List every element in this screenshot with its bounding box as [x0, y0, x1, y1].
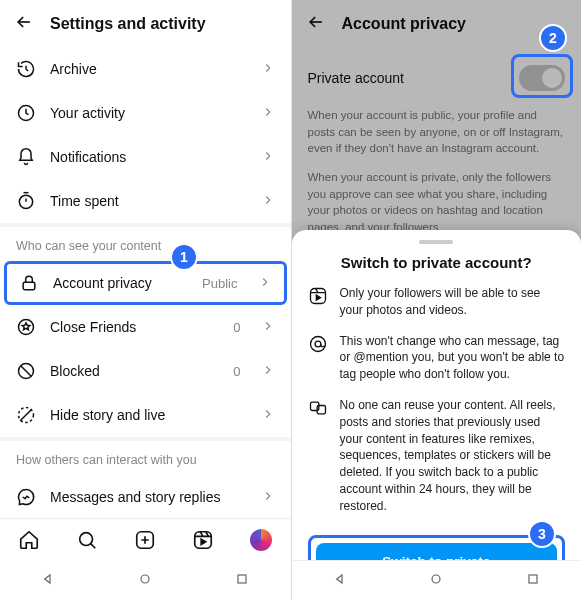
row-label: Blocked: [50, 363, 219, 379]
settings-screen: Settings and activity Archive Your activ…: [0, 0, 291, 600]
row-label: Messages and story replies: [50, 489, 247, 505]
activity-icon: [16, 103, 36, 123]
row-label: Notifications: [50, 149, 247, 165]
android-home-icon[interactable]: [137, 571, 153, 590]
svg-point-10: [141, 575, 149, 583]
row-label: Close Friends: [50, 319, 219, 335]
svg-rect-2: [23, 282, 35, 290]
settings-header: Settings and activity: [0, 0, 291, 47]
chevron-right-icon: [261, 61, 275, 78]
annotation-badge-2: 2: [539, 24, 567, 52]
row-label: Archive: [50, 61, 247, 77]
svg-point-14: [315, 341, 321, 347]
sheet-grabber[interactable]: [419, 240, 453, 244]
timer-icon: [16, 191, 36, 211]
row-label: Time spent: [50, 193, 247, 209]
svg-point-17: [432, 575, 440, 583]
svg-point-1: [19, 195, 32, 208]
android-nav-right: [292, 560, 582, 600]
lock-icon: [19, 273, 39, 293]
annotation-badge-1: 1: [170, 243, 198, 271]
bottom-tabbar: [0, 518, 291, 561]
row-value: Public: [202, 276, 237, 291]
chevron-right-icon: [261, 149, 275, 166]
bullet-mentions: This won't change who can message, tag o…: [308, 333, 566, 383]
settings-list: Archive Your activity Notifications Time…: [0, 47, 291, 518]
row-blocked[interactable]: Blocked 0: [0, 349, 291, 393]
chevron-right-icon: [261, 363, 275, 380]
row-close-friends[interactable]: Close Friends 0: [0, 305, 291, 349]
switch-private-sheet: Switch to private account? Only your fol…: [292, 230, 582, 600]
android-recent-icon[interactable]: [525, 571, 541, 590]
bullet-reuse: No one can reuse your content. All reels…: [308, 397, 566, 515]
new-post-icon[interactable]: [134, 529, 156, 551]
settings-title: Settings and activity: [50, 15, 206, 33]
row-timespent[interactable]: Time spent: [0, 179, 291, 223]
bullet-text: Only your followers will be able to see …: [340, 285, 566, 319]
svg-point-13: [310, 336, 325, 351]
hide-icon: [16, 405, 36, 425]
profile-avatar[interactable]: [250, 529, 272, 551]
row-value: 0: [233, 364, 240, 379]
blocked-icon: [16, 361, 36, 381]
android-back-icon[interactable]: [40, 571, 56, 590]
chevron-right-icon: [261, 193, 275, 210]
chevron-right-icon: [261, 319, 275, 336]
section-visibility-title: Who can see your content: [0, 223, 291, 261]
android-recent-icon[interactable]: [234, 571, 250, 590]
remix-icon: [308, 398, 328, 418]
annotation-badge-3: 3: [528, 520, 556, 548]
reels-icon: [308, 286, 328, 306]
reels-icon[interactable]: [192, 529, 214, 551]
bullet-followers: Only your followers will be able to see …: [308, 285, 566, 319]
bell-icon: [16, 147, 36, 167]
svg-rect-11: [238, 575, 246, 583]
android-home-icon[interactable]: [428, 571, 444, 590]
messenger-icon: [16, 487, 36, 507]
android-back-icon[interactable]: [332, 571, 348, 590]
chevron-right-icon: [258, 275, 272, 292]
row-activity[interactable]: Your activity: [0, 91, 291, 135]
annotation-highlight-2: [511, 54, 573, 98]
star-circle-icon: [16, 317, 36, 337]
row-account-privacy[interactable]: Account privacy Public: [4, 261, 287, 305]
bullet-text: This won't change who can message, tag o…: [340, 333, 566, 383]
chevron-right-icon: [261, 407, 275, 424]
row-messages[interactable]: Messages and story replies: [0, 475, 291, 518]
svg-rect-18: [529, 575, 537, 583]
chevron-right-icon: [261, 489, 275, 506]
back-icon[interactable]: [14, 12, 34, 35]
row-hide-story[interactable]: Hide story and live: [0, 393, 291, 437]
privacy-body: Account privacy Private account When you…: [292, 0, 582, 600]
chevron-right-icon: [261, 105, 275, 122]
account-privacy-screen: Account privacy Private account When you…: [291, 0, 582, 600]
row-archive[interactable]: Archive: [0, 47, 291, 91]
row-notifications[interactable]: Notifications: [0, 135, 291, 179]
home-icon[interactable]: [18, 529, 40, 551]
search-icon[interactable]: [76, 529, 98, 551]
bullet-text: No one can reuse your content. All reels…: [340, 397, 566, 515]
clock-back-icon: [16, 59, 36, 79]
android-nav-left: [0, 561, 291, 600]
row-label: Account privacy: [53, 275, 188, 291]
mention-icon: [308, 334, 328, 354]
row-label: Your activity: [50, 105, 247, 121]
section-interact-title: How others can interact with you: [0, 437, 291, 475]
row-label: Hide story and live: [50, 407, 247, 423]
sheet-title: Switch to private account?: [308, 254, 566, 271]
row-value: 0: [233, 320, 240, 335]
svg-point-7: [80, 533, 93, 546]
